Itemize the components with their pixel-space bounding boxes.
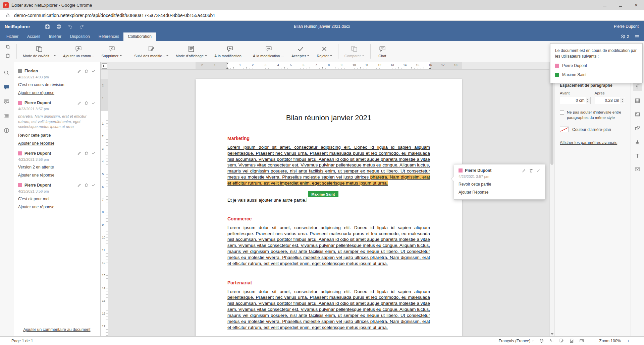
- right-rail-shape-settings-button[interactable]: [633, 124, 642, 132]
- url-text[interactable]: demo-communication.netexplorer.pro/api/d…: [14, 13, 215, 18]
- track-changes-icon[interactable]: [559, 338, 564, 343]
- tabstop-selector[interactable]: [102, 63, 107, 69]
- spinner-arrows[interactable]: [586, 97, 590, 104]
- comment-item[interactable]: Florian4/23/2021 4:03 pmC'est en cours d…: [13, 65, 100, 97]
- toolbar-supprimer[interactable]: Supprimer: [98, 41, 125, 62]
- document-scrollbar[interactable]: [549, 62, 554, 336]
- page-scroll-area[interactable]: Bilan réunion janvier 2021 MarketingLore…: [108, 70, 549, 336]
- scroll-down-arrow[interactable]: [550, 332, 554, 336]
- tab-accueil[interactable]: Accueil: [23, 32, 45, 41]
- toolbar-rejeter[interactable]: Rejeter: [313, 41, 335, 62]
- right-rail-image-settings-button[interactable]: [633, 110, 642, 119]
- tab-references[interactable]: Références: [94, 32, 123, 41]
- comment-item[interactable]: Pierre Dupont4/23/2021 3:56 pmVersion 2 …: [13, 147, 100, 179]
- delete-comment-icon[interactable]: [529, 168, 533, 173]
- toolbar-mode-de-co-edit[interactable]: Mode de co-édit...: [19, 41, 59, 62]
- comment-reply-link[interactable]: Ajouter Réponse: [459, 190, 488, 195]
- pencil-icon[interactable]: [77, 151, 82, 155]
- check-icon[interactable]: [91, 151, 96, 155]
- copy-button[interactable]: [4, 44, 12, 51]
- spinner-arrows[interactable]: [620, 97, 625, 104]
- check-icon[interactable]: [91, 101, 96, 105]
- reject-icon: [321, 45, 328, 53]
- close-button[interactable]: ×: [628, 0, 644, 10]
- toolbar-button-label: Accepter: [291, 54, 309, 58]
- edit-comment-icon[interactable]: [522, 168, 526, 173]
- comment-reply-link[interactable]: Ajouter une réponse: [18, 90, 54, 95]
- hamburger-menu-icon[interactable]: [634, 34, 640, 40]
- vertical-ruler[interactable]: 123456789101112131415161712: [101, 70, 108, 336]
- lock-icon[interactable]: [5, 13, 10, 18]
- pencil-icon[interactable]: [77, 183, 82, 187]
- left-rail-navigation-button[interactable]: [2, 112, 11, 120]
- no-interval-checkbox[interactable]: Ne pas ajouter d'intervalle entre paragr…: [560, 110, 625, 120]
- comment-item[interactable]: Pierre Dupont4/23/2021 3:57 pmpharetra. …: [13, 97, 100, 147]
- fit-page-icon[interactable]: [569, 338, 574, 343]
- save-button[interactable]: [43, 22, 52, 31]
- pencil-icon[interactable]: [77, 69, 82, 73]
- spacing-after-input[interactable]: 0.28 cm: [595, 97, 626, 104]
- tab-inserer[interactable]: Insérer: [45, 32, 66, 41]
- zoom-out-button[interactable]: −: [589, 338, 594, 344]
- pencil-icon[interactable]: [77, 101, 82, 105]
- redo-button[interactable]: [77, 22, 87, 31]
- trash-icon[interactable]: [84, 69, 89, 73]
- left-rail-comments-button[interactable]: [2, 83, 11, 91]
- collaborators-button[interactable]: 2: [620, 34, 629, 40]
- spacing-before-input[interactable]: 0 cm: [560, 97, 591, 104]
- right-rail-mail-merge-settings-button[interactable]: [633, 165, 642, 174]
- section-paragraph: Lorem ipsum dolor sit amet, consectetur …: [227, 289, 430, 331]
- left-indent-marker[interactable]: [226, 66, 229, 69]
- language-selector[interactable]: Français (France): [499, 339, 534, 343]
- right-rail-table-settings-button[interactable]: [633, 96, 642, 105]
- right-rail-textart-settings-button[interactable]: [633, 151, 642, 160]
- undo-button[interactable]: [66, 22, 75, 31]
- background-color-control[interactable]: Couleur d'arrière-plan: [560, 127, 625, 132]
- trash-icon[interactable]: [84, 183, 89, 187]
- fit-width-icon[interactable]: [579, 338, 584, 343]
- scrollbar-thumb[interactable]: [550, 71, 553, 165]
- right-rail-chart-settings-button[interactable]: [633, 137, 642, 146]
- comment-reply-link[interactable]: Ajouter une réponse: [18, 205, 54, 209]
- resolve-comment-icon[interactable]: [536, 168, 540, 173]
- check-icon[interactable]: [91, 69, 96, 73]
- checkbox-box[interactable]: [560, 110, 564, 115]
- comment-reply-link[interactable]: Ajouter une réponse: [18, 173, 54, 178]
- tab-disposition[interactable]: Disposition: [66, 32, 94, 41]
- background-color-swatch-icon[interactable]: [560, 127, 569, 132]
- comment-reply-link[interactable]: Ajouter une réponse: [18, 141, 54, 146]
- spellcheck-icon[interactable]: [549, 338, 554, 343]
- check-icon[interactable]: [91, 183, 96, 187]
- advanced-settings-link[interactable]: Afficher les paramètres avancés: [560, 140, 617, 145]
- paste-button[interactable]: [4, 52, 12, 60]
- browser-address-bar[interactable]: demo-communication.netexplorer.pro/api/d…: [0, 10, 644, 21]
- toolbar-suivi-des-modific[interactable]: Suivi des modific...: [130, 41, 172, 62]
- editor-canvas[interactable]: 12345678910111213141516171812 1234567891…: [101, 62, 554, 336]
- set-language-icon[interactable]: [539, 338, 544, 343]
- maximize-button[interactable]: [612, 0, 628, 10]
- first-line-indent-marker[interactable]: [226, 63, 229, 66]
- toolbar-a-la-modification[interactable]: À la modification ...: [211, 41, 249, 62]
- toolbar-accepter[interactable]: Accepter: [288, 41, 313, 62]
- comment-item[interactable]: Pierre Dupont4/23/2021 3:56 pmC'est ok p…: [13, 179, 100, 211]
- zoom-in-button[interactable]: +: [626, 338, 631, 344]
- tab-collaboration[interactable]: Collaboration: [123, 32, 156, 41]
- minimize-button[interactable]: [597, 0, 612, 10]
- right-rail-paragraph-settings-button[interactable]: [633, 82, 642, 91]
- print-button[interactable]: [54, 22, 64, 31]
- left-rail-chat-button[interactable]: [2, 97, 11, 106]
- add-document-comment-link[interactable]: Ajouter un commentaire au document: [23, 327, 90, 332]
- toolbar-chat[interactable]: Chat: [373, 41, 392, 62]
- trash-icon[interactable]: [84, 151, 89, 155]
- ruler-number: 15: [102, 299, 105, 302]
- tab-fichier[interactable]: Fichier: [2, 32, 23, 41]
- toolbar-mode-d-affichage[interactable]: Mode d'affichage: [172, 41, 211, 62]
- trash-icon[interactable]: [84, 101, 89, 105]
- section-heading: Marketing: [227, 136, 430, 141]
- toolbar-a-la-modification[interactable]: À la modification ...: [249, 41, 288, 62]
- toolbar-ajouter-un-comm[interactable]: Ajouter un comm...: [59, 41, 98, 62]
- horizontal-ruler[interactable]: 12345678910111213141516171812: [101, 62, 549, 70]
- document-page[interactable]: Bilan réunion janvier 2021 MarketingLore…: [196, 79, 462, 336]
- left-rail-about-button[interactable]: [2, 126, 11, 135]
- left-rail-search-button[interactable]: [2, 68, 11, 77]
